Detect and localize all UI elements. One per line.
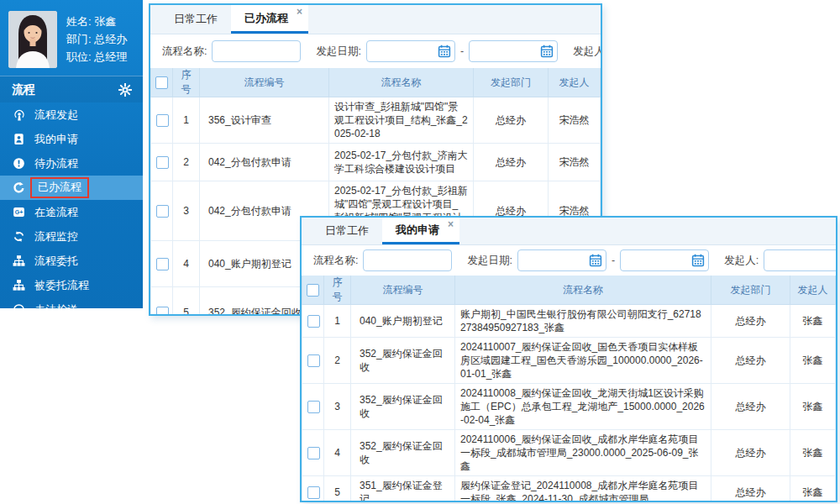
calendar-icon[interactable] — [589, 254, 602, 267]
row-checkbox[interactable] — [156, 205, 169, 218]
col-header-code: 流程编号 — [200, 68, 329, 97]
sitemap-icon — [13, 255, 26, 268]
row-select-cell — [302, 476, 324, 503]
date-from-wrap — [366, 40, 455, 62]
podcast-icon — [13, 108, 26, 122]
sidebar-item-done-processes[interactable]: 已办流程 — [0, 176, 143, 200]
row-initiator: 宋浩然 — [549, 97, 601, 144]
sidebar-item-label: 已办流程 — [30, 177, 89, 198]
sidebar-item-clipped-item[interactable]: 去法检送 — [0, 297, 143, 308]
row-select-cell — [302, 338, 324, 384]
row-seq: 1 — [324, 305, 351, 338]
select-all-checkbox[interactable] — [307, 284, 319, 297]
profile-fields: 姓名: 张鑫 部门: 总经办 职位: 总经理 — [66, 11, 127, 68]
row-checkbox[interactable] — [156, 307, 169, 316]
row-select-cell — [151, 287, 173, 317]
row-select-cell — [302, 384, 324, 430]
row-checkbox[interactable] — [307, 447, 320, 459]
start-date-label: 发起日期: — [467, 254, 512, 268]
tab-my-applications[interactable]: 我的申请 × — [382, 218, 459, 244]
row-seq: 2 — [173, 144, 200, 181]
circle-icon — [13, 303, 26, 309]
row-checkbox[interactable] — [307, 354, 320, 367]
sidebar-item-process-initiate[interactable]: 流程发起 — [0, 102, 143, 127]
row-process-code: 042_分包付款申请 — [200, 144, 329, 181]
table-header-row: 序号 流程编号 流程名称 发起部门 发起人 — [151, 68, 601, 97]
select-all-checkbox[interactable] — [155, 76, 168, 89]
close-icon[interactable]: × — [448, 219, 454, 229]
row-checkbox[interactable] — [156, 156, 169, 169]
profile-name: 姓名: 张鑫 — [66, 14, 127, 29]
row-select-cell — [302, 305, 324, 338]
row-initiator: 张鑫 — [790, 338, 836, 384]
row-process-code: 351_履约保证金登记 — [351, 476, 455, 503]
row-checkbox[interactable] — [307, 401, 320, 413]
sidebar-item-in-transit-processes[interactable]: G+在途流程 — [0, 200, 143, 224]
profile-position: 职位: 总经理 — [66, 50, 127, 65]
sidebar-item-label: 去法检送 — [34, 302, 78, 309]
sidebar-item-delegated-processes[interactable]: 被委托流程 — [0, 273, 143, 297]
process-name-input[interactable] — [212, 40, 301, 62]
table-row: 3352_履约保证金回收2024110008_履约保证金回收_龙湖天街城1区设计… — [302, 384, 836, 430]
redo-icon — [13, 181, 26, 195]
avatar-photo — [8, 11, 57, 68]
id-card-icon — [13, 133, 26, 146]
start-date-label: 发起日期: — [316, 45, 360, 59]
row-select-cell — [151, 181, 173, 241]
date-range-separator: - — [612, 255, 615, 266]
calendar-icon[interactable] — [438, 45, 451, 58]
calendar-icon[interactable] — [691, 254, 705, 267]
tab-daily-work[interactable]: 日常工作 — [160, 5, 231, 34]
win2-filter-bar: 流程名称: 发起日期: - 发起人: 待办人: — [302, 245, 836, 276]
user-profile: 姓名: 张鑫 部门: 总经办 职位: 总经理 — [0, 0, 143, 76]
process-name-label: 流程名称: — [313, 254, 358, 268]
process-name-label: 流程名称: — [162, 45, 207, 59]
row-seq: 5 — [324, 476, 351, 503]
calendar-icon[interactable] — [540, 45, 554, 58]
gplus-icon: G+ — [13, 206, 26, 219]
sidebar-section-title: 流程 — [12, 82, 35, 97]
col-header-name: 流程名称 — [455, 276, 711, 305]
row-process-code: 356_设计审查 — [200, 97, 329, 144]
row-department: 总经办 — [474, 144, 549, 181]
select-all-cell — [151, 68, 173, 97]
close-icon[interactable]: × — [297, 7, 302, 17]
row-department: 总经办 — [711, 305, 790, 338]
table-row: 1356_设计审查设计审查_彭祖新城"四馆"景观工程设计项目_结构_张鑫_202… — [151, 97, 601, 144]
row-department: 总经办 — [711, 476, 790, 503]
date-to-wrap — [620, 249, 709, 271]
row-process-name: 设计审查_彭祖新城"四馆"景观工程设计项目_结构_张鑫_2025-02-18 — [329, 97, 474, 144]
date-from-wrap — [517, 249, 606, 271]
row-initiator: 张鑫 — [790, 430, 836, 476]
initiator-input[interactable] — [764, 249, 837, 271]
sidebar-section-header: 流程 — [0, 76, 143, 102]
sidebar-item-my-applications[interactable]: 我的申请 — [0, 127, 143, 151]
row-initiator: 张鑫 — [790, 476, 836, 503]
sidebar-item-process-monitor[interactable]: 流程监控 — [0, 224, 143, 249]
row-initiator: 宋浩然 — [549, 144, 601, 181]
alert-icon — [13, 157, 26, 171]
row-department: 总经办 — [711, 430, 790, 476]
row-checkbox[interactable] — [307, 486, 320, 499]
table-header-row: 序号 流程编号 流程名称 发起部门 发起人 — [302, 276, 836, 305]
row-checkbox[interactable] — [156, 114, 169, 127]
my-applications-window: 日常工作 我的申请 × 流程名称: 发起日期: - 发起人: 待办人: — [300, 216, 837, 502]
row-seq: 5 — [173, 287, 200, 317]
table-row: 2042_分包付款申请2025-02-17_分包付款_济南大学工科综合楼建设设计… — [151, 144, 601, 181]
row-process-code: 352_履约保证金回收 — [351, 384, 455, 430]
row-seq: 3 — [324, 384, 351, 430]
sidebar-item-process-delegate[interactable]: 流程委托 — [0, 249, 143, 273]
sidebar-item-todo-processes[interactable]: 待办流程 — [0, 151, 143, 176]
table-row: 5351_履约保证金登记履约保证金登记_2024110008_成都水岸华庭名苑项… — [302, 476, 836, 503]
my-applications-table: 序号 流程编号 流程名称 发起部门 发起人 1040_账户期初登记账户期初_中国… — [302, 276, 836, 502]
process-name-input[interactable] — [363, 249, 452, 271]
row-checkbox[interactable] — [156, 258, 169, 270]
tab-daily-work[interactable]: 日常工作 — [312, 218, 382, 244]
row-process-name: 履约保证金登记_2024110008_成都水岸华庭名苑项目一标段_张鑫_2024… — [455, 476, 711, 503]
sidebar-item-label: 流程委托 — [34, 254, 78, 269]
tab-done-processes[interactable]: 已办流程 × — [231, 5, 308, 34]
row-checkbox[interactable] — [307, 315, 320, 328]
row-initiator: 张鑫 — [790, 305, 836, 338]
gear-icon[interactable] — [118, 83, 132, 97]
sidebar: 姓名: 张鑫 部门: 总经办 职位: 总经理 流程 流程发起我的申请待办流程已办… — [0, 0, 143, 308]
